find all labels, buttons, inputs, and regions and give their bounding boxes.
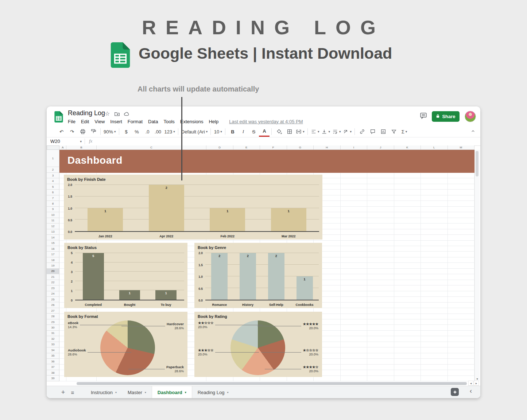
chart-book-by-status[interactable]: Book by Status543210511CompletedBoughtTo… (64, 243, 187, 308)
vertical-scrollbar[interactable]: ▾ (474, 150, 480, 381)
row-header-1[interactable]: 1 (47, 150, 59, 167)
row-header-13[interactable]: 13 (47, 229, 59, 235)
row-header-17[interactable]: 17 (47, 252, 59, 257)
row-header-12[interactable]: 12 (47, 223, 59, 229)
insert-link-icon[interactable] (357, 127, 367, 136)
all-sheets-icon[interactable]: ≡ (68, 386, 77, 398)
hide-side-panel-icon[interactable]: ‹ (470, 387, 472, 395)
share-button[interactable]: Share (432, 111, 460, 122)
row-header-36[interactable]: 36 (47, 359, 59, 364)
column-header-F[interactable]: F (260, 145, 287, 150)
sheet-grid[interactable]: Dashboard Book by Finish Date2.01.51.00.… (59, 150, 474, 381)
row-header-16[interactable]: 16 (47, 246, 59, 252)
font-select[interactable]: Default (Ari (180, 127, 209, 136)
google-sheets-icon[interactable] (54, 111, 63, 122)
filter-icon[interactable] (388, 127, 399, 136)
explore-icon[interactable] (451, 388, 459, 396)
chart-book-by-genre[interactable]: Book by Genre2.01.51.00.50.02221RomanceH… (194, 243, 322, 308)
select-all-corner[interactable] (47, 145, 59, 150)
row-header-30[interactable]: 30 (47, 325, 59, 330)
column-header-M[interactable]: M (448, 145, 475, 150)
bold-button[interactable]: B (227, 127, 238, 136)
row-header-20[interactable]: 20 (47, 269, 59, 274)
italic-button[interactable]: I (238, 127, 248, 136)
row-header-35[interactable]: 35 (47, 353, 59, 359)
last-edit-link[interactable]: Last edit was yesterday at 4:05 PM (229, 119, 303, 124)
row-header-10[interactable]: 10 (47, 212, 59, 218)
menu-data[interactable]: Data (148, 119, 158, 124)
text-color-button[interactable]: A (259, 127, 270, 137)
row-header-6[interactable]: 6 (47, 190, 59, 195)
document-title[interactable]: Reading Log (68, 109, 105, 117)
zoom-select[interactable]: 90% (102, 127, 117, 136)
row-header-2[interactable]: 2 (47, 167, 59, 173)
menu-file[interactable]: File (68, 119, 75, 124)
menu-view[interactable]: View (94, 119, 105, 124)
row-header-14[interactable]: 14 (47, 235, 59, 240)
undo-icon[interactable]: ↶ (56, 127, 67, 136)
tab-dashboard[interactable]: Dashboard (152, 386, 192, 398)
row-header-27[interactable]: 27 (47, 308, 59, 314)
insert-comment-icon[interactable] (367, 127, 378, 136)
avatar[interactable] (465, 111, 476, 122)
row-header-18[interactable]: 18 (47, 257, 59, 263)
text-rotation-icon[interactable] (342, 127, 353, 136)
add-sheet-icon[interactable]: + (58, 386, 68, 398)
vertical-align-icon[interactable] (320, 127, 331, 136)
row-header-25[interactable]: 25 (47, 297, 59, 302)
menu-edit[interactable]: Edit (81, 119, 89, 124)
column-header-I[interactable]: I (341, 145, 368, 150)
row-header-7[interactable]: 7 (47, 195, 59, 201)
borders-icon[interactable] (284, 127, 295, 136)
tab-reading-log[interactable]: Reading Log (192, 386, 234, 398)
horizontal-scrollbar[interactable] (77, 382, 467, 385)
row-header-22[interactable]: 22 (47, 280, 59, 285)
row-header-24[interactable]: 24 (47, 291, 59, 297)
merge-cells-icon[interactable] (295, 127, 306, 136)
row-header-23[interactable]: 23 (47, 285, 59, 291)
column-header-E[interactable]: E (233, 145, 260, 150)
scroll-left-icon[interactable]: ◂ (468, 381, 473, 386)
tab-master[interactable]: Master (122, 386, 152, 398)
format-currency[interactable]: $ (121, 127, 132, 136)
row-header-3[interactable]: 3 (47, 173, 59, 178)
column-header-H[interactable]: H (314, 145, 341, 150)
insert-chart-icon[interactable] (378, 127, 388, 136)
row-header-34[interactable]: 34 (47, 347, 59, 353)
menu-extensions[interactable]: Extensions (180, 119, 204, 124)
horizontal-align-icon[interactable] (310, 127, 321, 136)
column-header-C[interactable]: C (97, 145, 206, 150)
menu-format[interactable]: Format (128, 119, 143, 124)
row-header-4[interactable]: 4 (47, 178, 59, 184)
scroll-right-icon[interactable]: ▸ (474, 381, 479, 386)
cloud-status-icon[interactable] (123, 111, 130, 118)
row-header-11[interactable]: 11 (47, 218, 59, 223)
paint-format-icon[interactable] (88, 127, 98, 136)
text-wrap-icon[interactable] (331, 127, 342, 136)
column-header-K[interactable]: K (394, 145, 421, 150)
menu-insert[interactable]: Insert (110, 119, 122, 124)
row-header-33[interactable]: 33 (47, 342, 59, 347)
chart-book-by-finish-date[interactable]: Book by Finish Date2.01.51.00.50.01211Ja… (64, 175, 322, 240)
scroll-down-icon[interactable]: ▾ (475, 377, 480, 381)
column-header-L[interactable]: L (421, 145, 448, 150)
row-header-32[interactable]: 32 (47, 336, 59, 342)
more-formats[interactable]: 123 (163, 127, 176, 136)
format-percent[interactable]: % (132, 127, 142, 136)
row-header-37[interactable]: 37 (47, 364, 59, 370)
row-header-15[interactable]: 15 (47, 240, 59, 246)
row-header-39[interactable]: 39 (47, 376, 59, 381)
increase-decimal[interactable]: .00 (153, 127, 163, 136)
font-size-select[interactable]: 10 (213, 127, 223, 136)
tab-instruction[interactable]: Instruction (85, 386, 122, 398)
row-header-26[interactable]: 26 (47, 302, 59, 308)
name-box[interactable]: W20 (50, 139, 82, 144)
print-icon[interactable] (77, 127, 88, 136)
chart-book-by-format[interactable]: Book by FormatHardcover28.6%Paperback28.… (64, 312, 187, 377)
column-header-D[interactable]: D (206, 145, 233, 150)
column-header-B[interactable]: B (66, 145, 97, 150)
comment-history-icon[interactable] (419, 112, 427, 121)
fill-color-icon[interactable] (274, 127, 284, 136)
row-header-9[interactable]: 9 (47, 207, 59, 212)
column-header-A[interactable]: A (59, 145, 66, 150)
